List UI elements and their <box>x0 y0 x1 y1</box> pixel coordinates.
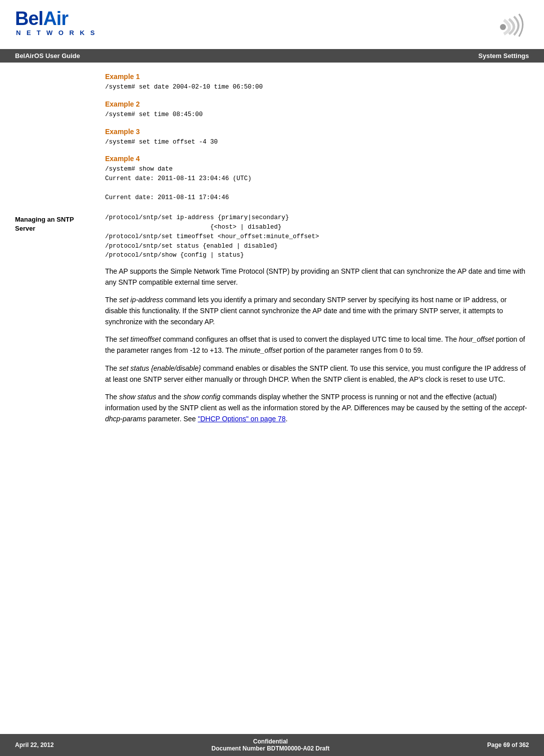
sntp-commands-code: /protocol/sntp/set ip-address {primary|s… <box>105 213 529 260</box>
para5-italic1: show status <box>119 393 156 401</box>
footer-date: April 22, 2012 <box>15 741 54 748</box>
logo-right-icon <box>484 9 529 44</box>
nav-bar: BelAirOS User Guide System Settings <box>0 49 544 63</box>
page-header: BelAir N E T W O R K S <box>0 0 544 49</box>
footer-confidential: Confidential <box>211 738 329 745</box>
nav-left: BelAirOS User Guide <box>15 52 80 60</box>
signal-icon <box>484 9 529 44</box>
example4-code: /system# show date Current date: 2011-08… <box>105 165 529 202</box>
sntp-para4: The set status {enable/disable} command … <box>105 363 529 385</box>
networks-label: N E T W O R K S <box>16 29 97 37</box>
sntp-sidebar-label: Managing an SNTPServer <box>15 215 95 233</box>
examples-sidebar <box>15 73 95 208</box>
nav-right: System Settings <box>478 52 529 60</box>
page-footer: April 22, 2012 Confidential Document Num… <box>0 734 544 756</box>
footer-center: Confidential Document Number BDTM00000-A… <box>211 738 329 752</box>
para2-italic: set ip-address <box>119 296 163 304</box>
para3-italic2: hour_offset <box>459 335 494 343</box>
svg-point-0 <box>500 24 506 30</box>
sntp-sidebar: Managing an SNTPServer <box>15 213 95 431</box>
example2-heading: Example 2 <box>105 100 529 108</box>
para4-italic: set status {enable/disable} <box>119 364 201 372</box>
sntp-para3: The set timeoffset command configures an… <box>105 334 529 356</box>
para5-italic2: show config <box>183 393 220 401</box>
footer-doc-number: Document Number BDTM00000-A02 Draft <box>211 745 329 752</box>
example2-code: /system# set time 08:45:00 <box>105 110 529 120</box>
sntp-section: Managing an SNTPServer /protocol/sntp/se… <box>0 213 544 441</box>
example1-code: /system# set date 2004-02-10 time 06:50:… <box>105 83 529 92</box>
para3-italic3: minute_offset <box>240 346 282 354</box>
footer-page: Page 69 of 362 <box>487 741 529 748</box>
example4-heading: Example 4 <box>105 155 529 163</box>
sntp-content: /protocol/sntp/set ip-address {primary|s… <box>95 213 529 431</box>
example1-heading: Example 1 <box>105 73 529 81</box>
examples-content: Example 1 /system# set date 2004-02-10 t… <box>95 73 529 208</box>
para3-italic1: set timeoffset <box>119 335 161 343</box>
main-content: Example 1 /system# set date 2004-02-10 t… <box>0 63 544 218</box>
dhcp-options-link[interactable]: "DHCP Options" on page 78 <box>198 415 285 423</box>
sntp-para5: The show status and the show config comm… <box>105 392 529 424</box>
example3-code: /system# set time offset -4 30 <box>105 138 529 147</box>
company-logo: BelAir <box>15 9 97 28</box>
sntp-para2: The set ip-address command lets you iden… <box>105 295 529 327</box>
logo-area: BelAir N E T W O R K S <box>15 9 97 37</box>
example3-heading: Example 3 <box>105 128 529 136</box>
para5-italic3: accept-dhcp-params <box>105 404 527 423</box>
sntp-para1: The AP supports the Simple Network Time … <box>105 266 529 288</box>
